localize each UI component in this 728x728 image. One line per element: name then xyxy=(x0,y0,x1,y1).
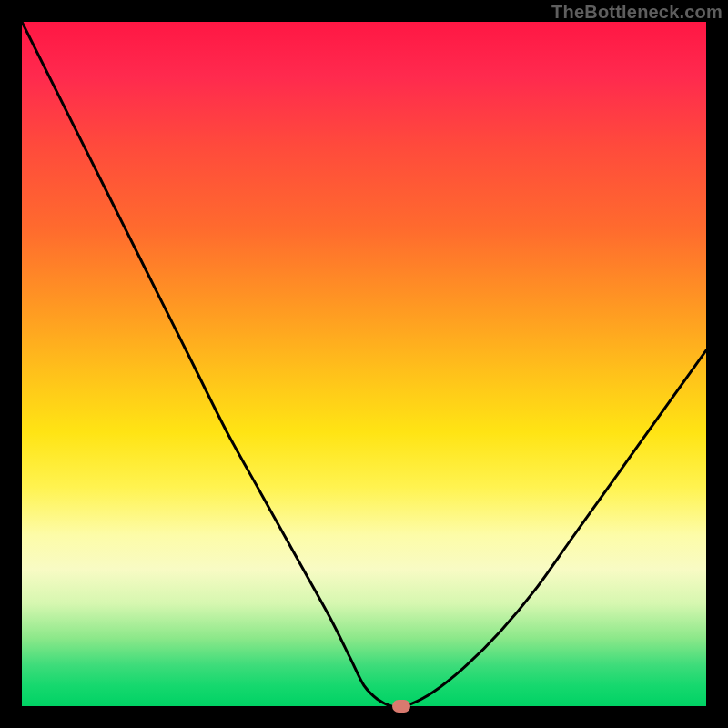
watermark-label: TheBottleneck.com xyxy=(551,2,723,23)
chart-frame: TheBottleneck.com xyxy=(0,0,728,728)
bottleneck-curve xyxy=(22,22,706,706)
optimal-point-marker xyxy=(392,700,410,713)
chart-plot-area xyxy=(22,22,706,706)
